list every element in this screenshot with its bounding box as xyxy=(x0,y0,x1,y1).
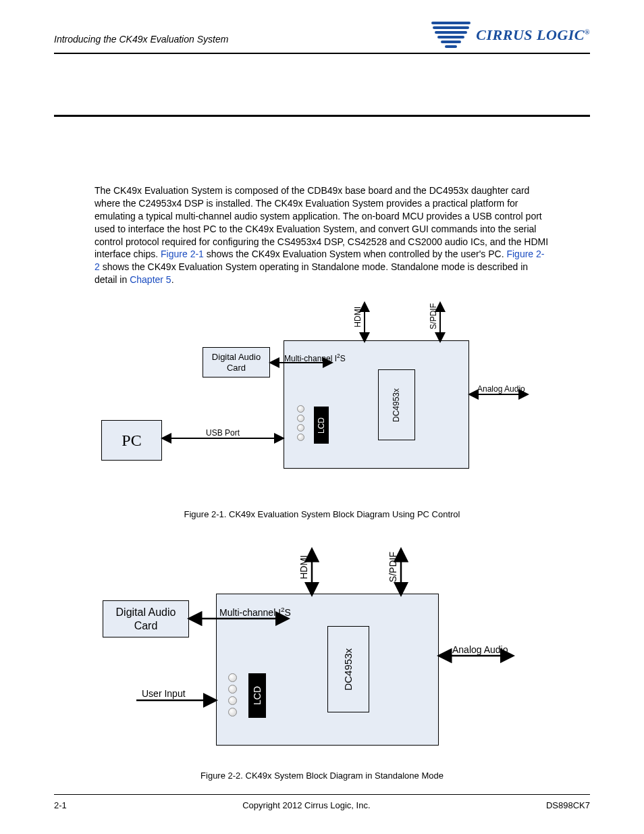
svg-rect-5 xyxy=(445,45,457,48)
page-number: 2-1 xyxy=(54,800,67,810)
svg-rect-3 xyxy=(437,36,464,38)
copyright-text: Copyright 2012 Cirrus Logic, Inc. xyxy=(242,800,370,810)
section-title: Introducing the CK49x Evaluation System xyxy=(54,34,228,50)
arrows-svg xyxy=(95,298,554,494)
figure-2-2-caption: Figure 2-2. CK49x System Block Diagram i… xyxy=(95,771,549,781)
cirrus-lines-icon xyxy=(431,20,472,50)
svg-rect-0 xyxy=(431,22,471,24)
svg-rect-2 xyxy=(435,31,467,34)
doc-id: DS898CK7 xyxy=(546,800,590,810)
link-figure-2-1[interactable]: Figure 2-1 xyxy=(161,249,204,259)
page-header: Introducing the CK49x Evaluation System … xyxy=(54,20,590,54)
page-footer: 2-1 Copyright 2012 Cirrus Logic, Inc. DS… xyxy=(54,795,590,810)
svg-rect-1 xyxy=(433,26,469,29)
figure-2-1: DC4953x LCD Digital Audio Card PC HDMI S… xyxy=(95,298,549,494)
svg-rect-4 xyxy=(441,41,461,43)
link-chapter-5[interactable]: Chapter 5 xyxy=(130,274,171,285)
figure-2-2: DC4953x LCD Digital Audio Card HDMI S/PD… xyxy=(95,546,549,756)
intro-paragraph: The CK49x Evaluation System is composed … xyxy=(95,184,549,286)
figure-2-1-caption: Figure 2-1. CK49x Evaluation System Bloc… xyxy=(95,509,549,519)
arrows-svg xyxy=(95,546,554,756)
section-rule xyxy=(54,115,590,117)
brand-logo: CIRRUS LOGIC® xyxy=(431,20,590,50)
brand-name: CIRRUS LOGIC® xyxy=(476,26,590,44)
